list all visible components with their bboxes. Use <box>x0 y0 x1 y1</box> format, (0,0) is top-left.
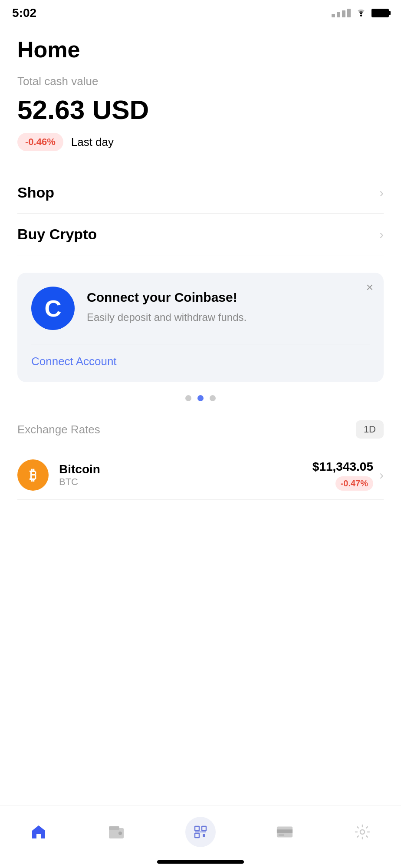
shop-label: Shop <box>17 184 54 201</box>
nav-item-settings[interactable] <box>345 820 380 844</box>
home-icon <box>30 823 47 841</box>
card-desc: Easily deposit and withdraw funds. <box>87 310 247 325</box>
shop-row[interactable]: Shop › <box>17 172 384 214</box>
close-icon[interactable]: × <box>366 281 373 294</box>
card-icon <box>276 823 293 841</box>
main-content: Home Total cash value 52.63 USD -0.46% L… <box>0 23 401 500</box>
status-icons <box>332 8 389 18</box>
svg-rect-5 <box>202 826 206 831</box>
nav-item-card[interactable] <box>267 820 302 844</box>
change-badge: -0.46% <box>17 133 63 151</box>
dot-2-active <box>197 395 204 401</box>
change-period: Last day <box>71 135 114 149</box>
card-body: C Connect your Coinbase! Easily deposit … <box>31 287 370 330</box>
card-text-content: Connect your Coinbase! Easily deposit an… <box>87 287 247 325</box>
connect-account-link[interactable]: Connect Account <box>31 344 370 368</box>
gear-icon <box>354 823 371 841</box>
bitcoin-ticker: BTC <box>59 476 312 488</box>
svg-point-12 <box>360 830 365 834</box>
exchange-rates-header: Exchange Rates 1D <box>17 420 384 439</box>
coinbase-card: × C Connect your Coinbase! Easily deposi… <box>17 273 384 382</box>
scan-icon <box>185 817 216 847</box>
cash-value: 52.63 USD <box>17 94 384 125</box>
svg-rect-10 <box>277 829 293 833</box>
svg-point-3 <box>118 832 122 835</box>
wallet-icon <box>108 823 125 841</box>
dot-1 <box>185 395 191 401</box>
status-time: 5:02 <box>12 6 36 20</box>
bitcoin-chevron-icon: › <box>379 468 384 482</box>
wifi-icon <box>355 8 367 18</box>
dot-3 <box>210 395 216 401</box>
buy-crypto-label: Buy Crypto <box>17 226 97 243</box>
home-bar <box>157 860 244 864</box>
battery-icon <box>371 9 389 17</box>
coinbase-logo-letter: C <box>45 295 62 322</box>
period-badge[interactable]: 1D <box>356 420 384 439</box>
svg-rect-4 <box>195 826 199 831</box>
dots-indicator <box>17 395 384 401</box>
buy-crypto-row[interactable]: Buy Crypto › <box>17 214 384 255</box>
change-row: -0.46% Last day <box>17 133 384 151</box>
nav-item-home[interactable] <box>21 820 56 844</box>
bitcoin-price: $11,343.05 <box>312 460 373 474</box>
exchange-rates-title: Exchange Rates <box>17 423 100 436</box>
bitcoin-name: Bitcoin <box>59 462 312 476</box>
page-title: Home <box>17 36 384 63</box>
status-bar: 5:02 <box>0 0 401 23</box>
bitcoin-change: -0.47% <box>335 476 373 491</box>
svg-rect-11 <box>278 834 284 836</box>
shop-chevron-icon: › <box>379 185 384 200</box>
nav-item-scan[interactable] <box>177 813 224 851</box>
bitcoin-icon: ₿ <box>17 459 49 491</box>
svg-rect-6 <box>195 833 199 838</box>
bitcoin-price-col: $11,343.05 -0.47% <box>312 460 373 491</box>
cash-label: Total cash value <box>17 75 384 88</box>
svg-point-0 <box>360 15 362 17</box>
bitcoin-info: Bitcoin BTC <box>59 462 312 488</box>
bitcoin-row[interactable]: ₿ Bitcoin BTC $11,343.05 -0.47% › <box>17 451 384 500</box>
svg-rect-2 <box>109 826 119 830</box>
signal-icon <box>332 9 351 17</box>
card-title: Connect your Coinbase! <box>87 290 247 305</box>
btc-symbol: ₿ <box>30 467 36 483</box>
coinbase-logo: C <box>31 287 75 330</box>
buy-crypto-chevron-icon: › <box>379 227 384 242</box>
nav-item-wallet[interactable] <box>99 820 134 844</box>
svg-rect-8 <box>203 834 205 837</box>
